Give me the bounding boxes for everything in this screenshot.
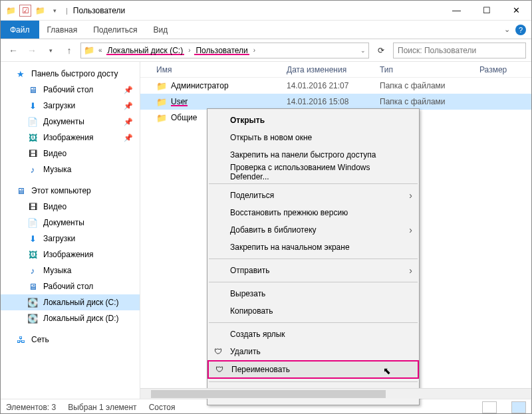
qat-dropdown-icon[interactable]: ▾ [49, 5, 61, 17]
shield-icon: 🛡 [214, 347, 222, 356]
address-dropdown-icon[interactable]: ⌄ [360, 47, 366, 54]
scrollbar-thumb[interactable] [151, 390, 386, 398]
table-row[interactable]: User 14.01.2016 15:08 Папка с файлами [140, 94, 531, 110]
ctx-create-shortcut[interactable]: Создать ярлык [207, 326, 419, 343]
column-name[interactable]: Имя [140, 65, 287, 74]
ctx-copy[interactable]: Копировать [207, 302, 419, 320]
tree-pc-desktop[interactable]: 🖥Рабочий стол [1, 278, 140, 294]
breadcrumb-drive[interactable]: Локальный диск (C:) [106, 46, 185, 55]
drive-icon: 💽 [27, 297, 38, 308]
horizontal-scrollbar[interactable] [140, 388, 531, 399]
tree-pc-music[interactable]: ♪Музыка [1, 262, 140, 278]
pin-icon: 📌 [124, 86, 133, 94]
tree-label: Локальный диск (D:) [43, 314, 119, 323]
file-type: Папка с файлами [380, 97, 479, 106]
tree-pc-videos[interactable]: 🎞Видео [1, 199, 140, 215]
tree-pc-downloads[interactable]: ⬇Загрузки [1, 231, 140, 247]
navigation-pane: ★Панель быстрого досту 🖥Рабочий стол📌 ⬇З… [1, 62, 140, 399]
ribbon-tab-home[interactable]: Главная [39, 21, 86, 39]
ribbon-tab-share[interactable]: Поделиться [85, 21, 145, 39]
ctx-restore-previous[interactable]: Восстановить прежнюю версию [207, 204, 419, 221]
tree-label: Этот компьютер [31, 186, 91, 195]
tree-local-disk-d[interactable]: 💽Локальный диск (D:) [1, 310, 140, 326]
forward-button[interactable]: → [25, 43, 39, 58]
tree-pc-pictures[interactable]: 🖼Изображения [1, 247, 140, 262]
folder-icon: 📁 [84, 45, 94, 56]
ctx-defender-scan[interactable]: Проверка с использованием Windows Defend… [207, 163, 419, 181]
tree-pc-documents[interactable]: 📄Документы [1, 215, 140, 231]
tree-videos[interactable]: 🎞Видео [1, 146, 140, 161]
ctx-pin-quick-access[interactable]: Закрепить на панели быстрого доступа [207, 146, 419, 163]
title-separator: | [66, 7, 68, 15]
ctx-delete[interactable]: 🛡Удалить [207, 343, 419, 360]
ctx-open-new-window[interactable]: Открыть в новом окне [207, 129, 419, 146]
status-selection: Выбран 1 элемент [68, 403, 136, 412]
recent-dropdown-icon[interactable]: ▾ [43, 43, 58, 58]
documents-icon: 📄 [27, 116, 38, 127]
new-folder-qat-icon[interactable]: 📁 [34, 5, 46, 17]
download-icon: ⬇ [27, 233, 38, 244]
ctx-label: Удалить [230, 347, 261, 356]
music-icon: ♪ [27, 265, 38, 276]
ctx-share[interactable]: Поделиться [207, 187, 419, 204]
breadcrumb-ellipsis[interactable]: « [97, 47, 104, 54]
star-icon: ★ [15, 68, 26, 79]
tree-this-pc[interactable]: 🖥Этот компьютер [1, 183, 140, 199]
ribbon-tab-view[interactable]: Вид [145, 21, 176, 39]
tree-label: Музыка [43, 165, 71, 174]
up-button[interactable]: ↑ [62, 43, 76, 58]
tree-label: Музыка [43, 266, 71, 275]
ctx-cut[interactable]: Вырезать [207, 285, 419, 302]
tree-label: Изображения [43, 250, 93, 259]
file-date: 14.01.2016 15:08 [287, 97, 380, 106]
ribbon-expand-icon[interactable]: ⌄ [504, 25, 510, 34]
column-date[interactable]: Дата изменения [287, 65, 380, 74]
chevron-right-icon[interactable]: › [252, 47, 257, 54]
ctx-rename[interactable]: 🛡Переименовать⬉ [207, 360, 419, 379]
view-large-icons-button[interactable] [511, 401, 526, 413]
tree-label: Сеть [31, 335, 49, 344]
tree-label: Документы [43, 117, 84, 126]
tree-local-disk-c[interactable]: 💽Локальный диск (C:) [1, 294, 140, 310]
ctx-open[interactable]: Открыть [207, 112, 419, 129]
refresh-button[interactable]: ⟳ [373, 43, 389, 58]
search-input[interactable]: Поиск: Пользователи [393, 43, 526, 58]
table-row[interactable]: Администратор 14.01.2016 21:07 Папка с ф… [140, 78, 531, 94]
tree-network[interactable]: 🖧Сеть [1, 332, 140, 348]
tree-downloads[interactable]: ⬇Загрузки📌 [1, 98, 140, 114]
ctx-send-to[interactable]: Отправить [207, 262, 419, 279]
close-button[interactable]: ✕ [501, 1, 531, 21]
tree-music[interactable]: ♪Музыка [1, 161, 140, 177]
maximize-button[interactable]: ☐ [471, 1, 501, 21]
folder-icon [156, 113, 167, 123]
tree-quick-access[interactable]: ★Панель быстрого досту [1, 66, 140, 82]
ctx-separator [209, 282, 418, 282]
column-type[interactable]: Тип [380, 65, 479, 74]
properties-qat-icon[interactable]: ☑ [19, 5, 31, 17]
ctx-separator [209, 322, 418, 323]
tree-documents[interactable]: 📄Документы📌 [1, 114, 140, 130]
chevron-right-icon[interactable]: › [187, 47, 192, 54]
tree-pictures[interactable]: 🖼Изображения📌 [1, 130, 140, 146]
help-icon[interactable]: ? [515, 25, 526, 35]
ctx-add-to-library[interactable]: Добавить в библиотеку [207, 221, 419, 239]
ctx-pin-start[interactable]: Закрепить на начальном экране [207, 239, 419, 256]
minimize-button[interactable]: — [442, 1, 471, 21]
documents-icon: 📄 [27, 217, 38, 228]
network-icon: 🖧 [15, 334, 26, 345]
back-button[interactable]: ← [6, 43, 21, 58]
drive-icon: 💽 [27, 313, 38, 324]
file-name: Общие [171, 113, 197, 122]
pin-icon: 📌 [124, 118, 133, 126]
column-size[interactable]: Размер [479, 65, 531, 74]
shield-icon: 🛡 [215, 365, 223, 374]
ribbon-file-tab[interactable]: Файл [1, 21, 39, 39]
computer-icon: 🖥 [15, 185, 26, 196]
breadcrumb-folder[interactable]: Пользователи [194, 46, 249, 55]
download-icon: ⬇ [27, 100, 38, 111]
tree-desktop[interactable]: 🖥Рабочий стол📌 [1, 82, 140, 98]
address-bar[interactable]: 📁 « Локальный диск (C:) › Пользователи ›… [80, 43, 369, 58]
view-details-button[interactable] [482, 401, 497, 413]
tree-label: Документы [43, 218, 84, 227]
title-bar: 📁 ☑ 📁 ▾ | Пользователи — ☐ ✕ [1, 1, 531, 21]
